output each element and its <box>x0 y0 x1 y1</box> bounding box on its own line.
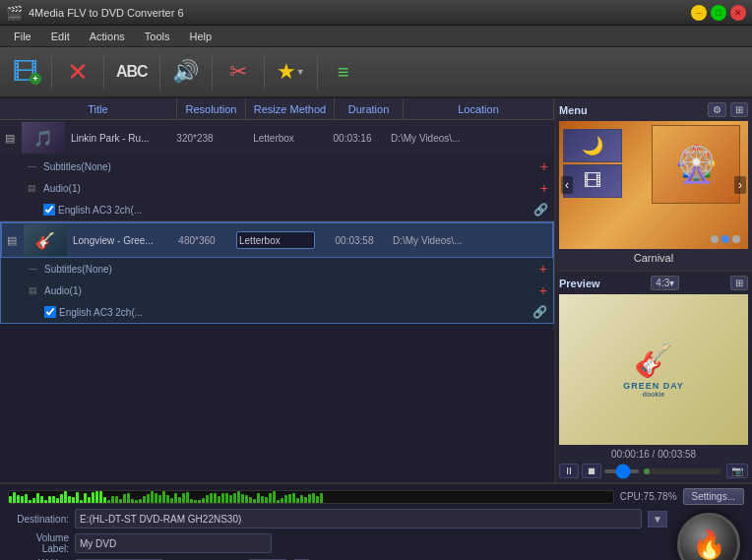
menu-file[interactable]: File <box>4 29 41 44</box>
effects-button[interactable]: ★ ▼ <box>273 57 309 87</box>
resize-select-2[interactable]: Letterbox Pan&Scan Stretch <box>236 231 315 249</box>
add-subtitle-2[interactable]: + <box>539 261 547 277</box>
scissors-icon: ✂ <box>229 59 247 85</box>
add-subtitle-1[interactable]: + <box>540 158 548 174</box>
subtitles-expand-2[interactable]: — <box>29 264 42 274</box>
audio-expand-1[interactable]: ▤ <box>28 183 41 193</box>
menu-layout-button[interactable]: ⊞ <box>730 102 748 117</box>
file-location-2: D:\My Videos\... <box>389 235 552 246</box>
audio-track-row-1: English AC3 2ch(... 🔗 <box>0 199 554 220</box>
titlebar: 🎬 4Media FLV to DVD Converter 6 – □ ✕ <box>0 0 752 26</box>
file-duration-1: 00:03:16 <box>318 133 387 144</box>
album-art-placeholder: 🎸 GREEN DAY dookie <box>623 342 684 398</box>
list-icon: ≡ <box>338 61 349 84</box>
destination-select[interactable]: E:(HL-DT-ST DVD-RAM GH22NS30) <box>75 509 642 529</box>
add-audio-1[interactable]: + <box>540 180 548 196</box>
app-icon: 🎬 <box>6 5 23 21</box>
file-resize-method-dropdown-2[interactable]: Letterbox Pan&Scan Stretch <box>231 231 320 249</box>
file-row-2[interactable]: ▤ 🎸 Longview - Gree... 480*360 Letterbox… <box>1 222 553 258</box>
aspect-ratio-button[interactable]: 4:3▾ <box>651 276 679 290</box>
carousel-next-button[interactable]: › <box>734 176 746 194</box>
bottom-form-left: Destination: E:(HL-DT-ST DVD-RAM GH22NS3… <box>8 509 667 560</box>
maximize-button[interactable]: □ <box>711 5 726 21</box>
task-list-button[interactable]: ≡ <box>326 59 361 86</box>
snapshot-button[interactable]: 📷 <box>726 464 748 478</box>
file-title-1: Linkin Park - Ru... <box>67 133 160 144</box>
filelist: ▤ 🎵 Linkin Park - Ru... 320*238 Letterbo… <box>0 120 554 482</box>
col-title: Title <box>20 98 177 119</box>
subtitles-row-1: — Subtitles(None) + <box>0 156 554 177</box>
volume-label-row: Volume Label: <box>8 532 667 554</box>
edit-title-button[interactable]: ABC <box>112 61 152 83</box>
add-audio-2[interactable]: + <box>539 282 547 298</box>
abc-icon: ABC <box>116 63 148 81</box>
add-file-button[interactable]: 🎞 + <box>8 57 43 87</box>
subtitles-expand-1[interactable]: — <box>28 161 41 171</box>
preview-fullscreen-button[interactable]: ⊞ <box>730 276 748 290</box>
toolbar-separator-5 <box>264 54 265 90</box>
audio-track-checkbox-2[interactable] <box>44 306 56 318</box>
carousel-dot-3[interactable] <box>732 235 740 243</box>
volume-slider[interactable] <box>604 469 639 473</box>
minimize-button[interactable]: – <box>691 5 707 21</box>
preview-header: Preview 4:3▾ ⊞ <box>559 276 748 290</box>
col-resolution: Resolution <box>177 98 246 119</box>
album-title: GREEN DAY <box>623 381 684 391</box>
file-resize-1: Letterbox <box>229 133 318 144</box>
expand-toggle-2[interactable]: ▤ <box>2 234 22 247</box>
audio-track-checkbox-1[interactable] <box>43 204 55 216</box>
expand-toggle-1[interactable]: ▤ <box>0 132 20 145</box>
audio-track-row-2: English AC3 2ch(... 🔗 <box>1 301 553 323</box>
menu-edit[interactable]: Edit <box>41 29 80 44</box>
audio-expand-2[interactable]: ▤ <box>29 285 42 295</box>
trim-button[interactable]: ✂ <box>220 57 256 87</box>
menu-section-label: Menu <box>559 104 588 116</box>
carousel-prev-button[interactable]: ‹ <box>561 176 573 194</box>
settings-button[interactable]: Settings... <box>683 488 744 505</box>
menu-actions[interactable]: Actions <box>80 29 135 44</box>
audio-track-link-2[interactable]: 🔗 <box>533 305 547 319</box>
close-button[interactable]: ✕ <box>730 5 746 21</box>
volume-button[interactable]: 🔊 <box>168 57 204 87</box>
burn-button[interactable]: 🔥 <box>677 513 740 560</box>
audio-track-link-1[interactable]: 🔗 <box>533 203 548 217</box>
col-resize-method: Resize Method <box>246 98 335 119</box>
file-group-2: ▤ 🎸 Longview - Gree... 480*360 Letterbox… <box>0 221 554 324</box>
preview-section: Preview 4:3▾ ⊞ 🎸 GREEN DAY dookie 00:00:… <box>555 272 752 482</box>
destination-dropdown-arrow[interactable]: ▼ <box>648 511 667 528</box>
stop-button[interactable]: ⏹ <box>582 464 601 478</box>
carousel-dot-1[interactable] <box>711 235 719 243</box>
delete-icon: ✕ <box>67 57 89 88</box>
carnival-main-image: 🎡 <box>652 125 740 204</box>
preview-section-label: Preview <box>559 278 600 289</box>
burn-icon: 🔥 <box>692 529 726 561</box>
carnival-montage: 🎡 🌙 🎞 <box>559 121 748 249</box>
menu-help[interactable]: Help <box>179 29 221 44</box>
toolbar-separator-4 <box>212 54 213 90</box>
carnival-dots <box>711 235 740 243</box>
burn-button-area: 🔥 <box>667 509 744 560</box>
menu-settings-button[interactable]: ⚙ <box>708 102 726 117</box>
audio-group-row-2: ▤ Audio(1) + <box>1 280 553 301</box>
audio-track-label-2: English AC3 2ch(... <box>59 307 533 318</box>
thumbnail-2: 🎸 <box>24 224 67 256</box>
delete-button[interactable]: ✕ <box>60 55 95 90</box>
seek-bar[interactable] <box>644 468 721 474</box>
pause-button[interactable]: ⏸ <box>559 464 579 478</box>
bottom-panel: CPU:75.78% Settings... Destination: E:(H… <box>0 482 752 560</box>
subtitles-label-1: Subtitles(None) <box>43 161 540 172</box>
progress-row: CPU:75.78% Settings... <box>8 488 744 505</box>
volume-icon: 🔊 <box>172 59 199 85</box>
volume-label-input[interactable] <box>75 533 272 553</box>
menu-tools[interactable]: Tools <box>135 29 180 44</box>
album-sub: dookie <box>623 391 684 398</box>
col-duration: Duration <box>335 98 404 119</box>
carousel-dot-2[interactable] <box>721 235 729 243</box>
destination-row: Destination: E:(HL-DT-ST DVD-RAM GH22NS3… <box>8 509 667 529</box>
file-row[interactable]: ▤ 🎵 Linkin Park - Ru... 320*238 Letterbo… <box>0 120 554 156</box>
waveform-display <box>8 490 614 504</box>
bottom-form: Destination: E:(HL-DT-ST DVD-RAM GH22NS3… <box>8 509 744 560</box>
audio-label-1: Audio(1) <box>43 183 540 194</box>
main-area: Title Resolution Resize Method Duration … <box>0 98 752 482</box>
file-group-1: ▤ 🎵 Linkin Park - Ru... 320*238 Letterbo… <box>0 120 554 221</box>
